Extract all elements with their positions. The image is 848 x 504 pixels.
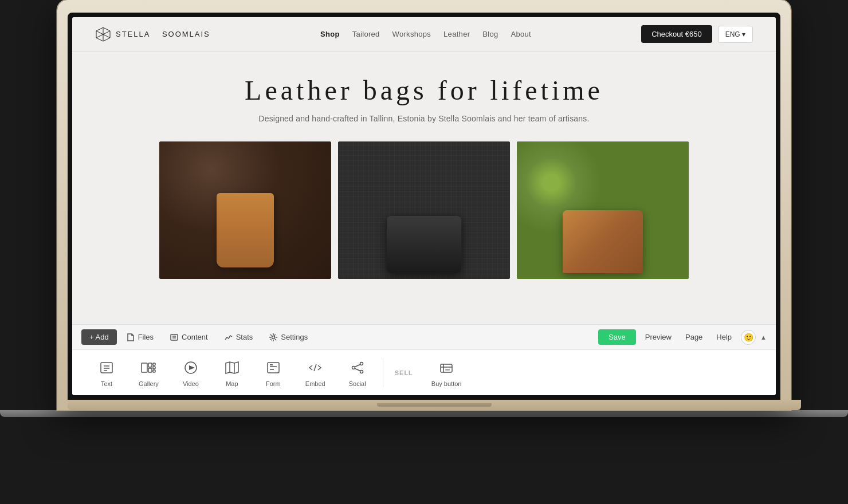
laptop-notch [377,403,492,407]
files-icon [126,333,135,342]
screen: STELLA SOOMLAIS Shop Tailored Workshops … [72,17,776,395]
settings-button[interactable]: Settings [262,329,315,345]
block-gallery[interactable]: Gallery [127,354,170,392]
screen-bezel: STELLA SOOMLAIS Shop Tailored Workshops … [68,13,780,400]
nav-tailored[interactable]: Tailored [352,30,380,38]
block-form[interactable]: Form [253,354,294,392]
laptop-body: STELLA SOOMLAIS Shop Tailored Workshops … [57,0,791,410]
svg-rect-4 [171,334,178,340]
block-text[interactable]: Text [86,354,127,392]
nav-leather[interactable]: Leather [443,30,470,38]
nav-workshops[interactable]: Workshops [392,30,431,38]
logo: STELLA SOOMLAIS [95,26,210,42]
product-card-1[interactable] [159,141,331,279]
buy-button-label: Buy button [431,380,462,387]
logo-text-right: SOOMLAIS [162,30,210,38]
nav-right: Checkout €650 ENG ▾ [641,25,753,43]
text-icon [97,359,116,377]
nav-links: Shop Tailored Workshops Leather Blog Abo… [320,30,531,38]
nav: STELLA SOOMLAIS Shop Tailored Workshops … [72,17,776,52]
svg-rect-15 [153,363,155,365]
cms-toolbar-right: Save Preview Page Help 🙂 ▲ [598,329,767,345]
svg-rect-33 [441,364,452,372]
stats-button[interactable]: Stats [217,329,260,345]
svg-rect-26 [270,364,273,365]
video-icon [182,359,200,377]
hero-subtitle: Designed and hand-crafted in Tallinn, Es… [258,114,589,123]
svg-rect-36 [445,369,450,371]
svg-line-31 [355,364,360,367]
sell-divider [383,359,383,387]
svg-rect-8 [101,363,112,373]
preview-button[interactable]: Preview [641,330,676,344]
language-selector[interactable]: ENG ▾ [718,26,753,43]
content-button[interactable]: Content [163,329,215,345]
block-social[interactable]: Social [337,354,378,392]
embed-label: Embed [305,380,325,387]
block-embed[interactable]: Embed [294,354,337,392]
blocks-panel: Text [72,349,776,395]
nav-shop[interactable]: Shop [320,30,340,38]
files-button[interactable]: Files [119,329,160,345]
svg-line-32 [355,368,360,371]
checkout-button[interactable]: Checkout €650 [641,25,712,43]
svg-point-30 [360,370,363,373]
svg-rect-14 [148,368,152,372]
sell-label: SELL [388,369,420,376]
svg-point-29 [360,362,363,365]
embed-icon [306,359,324,377]
laptop-foot [0,410,848,417]
svg-marker-19 [189,365,195,370]
svg-rect-23 [268,363,279,373]
buy-button-icon [437,359,456,377]
block-map[interactable]: Map [211,354,253,392]
svg-point-28 [352,366,355,369]
help-button[interactable]: Help [712,330,736,344]
save-button[interactable]: Save [598,329,636,345]
cms-toolbar: + Add Files [72,324,776,349]
svg-rect-12 [142,363,147,372]
product-card-3[interactable] [517,141,689,279]
logo-icon [95,26,111,42]
settings-label: Settings [281,333,308,341]
gallery-label: Gallery [139,380,159,387]
page-button[interactable]: Page [681,330,707,344]
cms-toolbar-left: + Add Files [81,329,315,345]
add-button[interactable]: + Add [81,329,117,345]
website: STELLA SOOMLAIS Shop Tailored Workshops … [72,17,776,395]
laptop-base [68,400,801,410]
svg-rect-13 [148,363,152,367]
content-icon [170,333,179,342]
product-card-2[interactable] [338,141,510,279]
user-avatar[interactable]: 🙂 [741,330,756,345]
social-label: Social [349,380,366,387]
block-buy-button[interactable]: Buy button [420,354,473,392]
nav-about[interactable]: About [511,30,531,38]
files-label: Files [138,333,154,341]
social-icon [348,359,367,377]
products-row [84,141,764,279]
hero-title: Leather bags for lifetime [245,74,603,106]
map-icon [223,359,241,377]
map-label: Map [226,380,238,387]
form-label: Form [266,380,281,387]
laptop-shell: STELLA SOOMLAIS Shop Tailored Workshops … [0,0,848,504]
svg-line-27 [314,364,316,371]
form-icon [264,359,282,377]
stats-label: Stats [236,333,253,341]
svg-rect-17 [153,370,155,372]
text-label: Text [101,380,112,387]
logo-text: STELLA [116,30,150,38]
svg-marker-20 [226,362,238,373]
stats-icon [224,333,233,342]
hero-section: Leather bags for lifetime Designed and h… [72,52,776,324]
block-video[interactable]: Video [170,354,211,392]
gallery-icon [139,359,158,377]
nav-blog[interactable]: Blog [482,30,498,38]
video-label: Video [183,380,199,387]
content-label: Content [182,333,208,341]
svg-point-7 [272,336,275,338]
chevron-up-icon[interactable]: ▲ [760,334,767,341]
settings-icon [269,333,278,342]
svg-rect-16 [153,367,155,369]
